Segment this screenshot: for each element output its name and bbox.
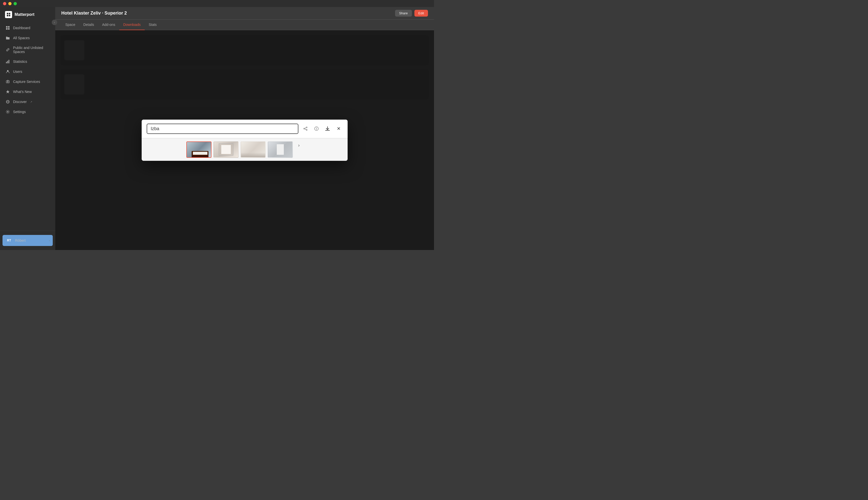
sidebar: Matterport ‹ Dashboard — [0, 7, 55, 250]
svg-point-19 — [306, 127, 307, 128]
sidebar-item-label: Capture Services — [13, 80, 40, 84]
thumbnail-container: › — [146, 141, 344, 158]
folder-icon — [5, 36, 10, 40]
modal-header: ✕ — [142, 120, 348, 138]
settings-icon — [5, 110, 10, 114]
sidebar-item-label: All Spaces — [13, 36, 30, 40]
topbar-actions: Share Edit — [395, 10, 428, 16]
svg-line-23 — [305, 129, 306, 130]
svg-point-26 — [316, 128, 317, 128]
capture-icon — [5, 79, 10, 84]
sidebar-item-label: Statistics — [13, 59, 27, 64]
svg-rect-8 — [6, 62, 7, 63]
link-icon — [5, 47, 10, 52]
svg-rect-6 — [6, 28, 8, 30]
sidebar-logo: Matterport — [0, 11, 55, 23]
svg-point-18 — [7, 111, 9, 113]
external-link-icon: ↗ — [30, 101, 32, 103]
modal-header-actions: ✕ — [301, 125, 343, 133]
thumbnail-4[interactable] — [268, 141, 293, 158]
sidebar-item-public-unlisted[interactable]: Public and Unlisted Spaces — [2, 43, 53, 56]
tab-add-ons[interactable]: Add-ons — [98, 20, 119, 30]
svg-rect-0 — [7, 13, 8, 14]
thumbnail-3[interactable] — [241, 141, 266, 158]
logo-icon — [5, 11, 12, 18]
close-modal-button[interactable]: ✕ — [335, 125, 343, 133]
share-button[interactable]: Share — [395, 10, 412, 16]
sidebar-item-label: Users — [13, 70, 22, 73]
svg-point-11 — [7, 70, 9, 72]
sidebar-collapse-button[interactable]: ‹ — [52, 20, 57, 25]
topbar: Hotel Klaster Zeliv · Superior 2 Share E… — [55, 7, 434, 20]
sidebar-item-label: Discover — [13, 100, 27, 104]
users-icon — [5, 69, 10, 74]
main-content: Hotel Klaster Zeliv · Superior 2 Share E… — [55, 7, 434, 250]
sidebar-item-all-spaces[interactable]: All Spaces — [2, 33, 53, 43]
avatar: RT — [5, 237, 13, 244]
tabs: Space Details Add-ons Downloads Stats — [55, 20, 434, 30]
sidebar-item-statistics[interactable]: Statistics — [2, 57, 53, 66]
sidebar-item-capture-services[interactable]: Capture Services — [2, 77, 53, 87]
tab-details[interactable]: Details — [79, 20, 98, 30]
chevron-right-icon: › — [49, 239, 50, 242]
sidebar-item-discover[interactable]: Discover ↗ — [2, 97, 53, 106]
user-profile[interactable]: RT Róbert › — [2, 235, 53, 246]
maximize-button[interactable] — [14, 2, 17, 5]
svg-point-13 — [7, 81, 9, 82]
app: Matterport ‹ Dashboard — [0, 7, 434, 250]
sidebar-footer: RT Róbert › — [0, 231, 55, 250]
minimize-button[interactable] — [8, 2, 12, 5]
sidebar-item-dashboard[interactable]: Dashboard — [2, 23, 53, 33]
discover-icon — [5, 100, 10, 104]
svg-line-22 — [305, 128, 306, 128]
sidebar-item-label: Settings — [13, 110, 26, 114]
sidebar-item-label: Dashboard — [13, 26, 31, 30]
modal-thumbnails: › — [142, 138, 348, 161]
info-icon-btn[interactable] — [312, 125, 321, 133]
whats-new-icon — [5, 89, 10, 94]
svg-rect-7 — [8, 28, 10, 30]
svg-rect-9 — [7, 61, 8, 63]
content-area: ✕ — [55, 30, 434, 250]
logo-text: Matterport — [14, 12, 34, 17]
user-name: Róbert — [15, 238, 46, 242]
svg-rect-10 — [9, 60, 9, 63]
statistics-icon — [5, 59, 10, 64]
svg-marker-14 — [6, 90, 10, 93]
titlebar — [0, 0, 434, 7]
svg-point-21 — [306, 129, 307, 130]
share-icon-btn[interactable] — [301, 125, 310, 133]
svg-rect-2 — [7, 15, 8, 16]
svg-rect-5 — [8, 26, 10, 27]
tab-space[interactable]: Space — [61, 20, 79, 30]
close-button[interactable] — [3, 2, 6, 5]
svg-point-20 — [304, 128, 305, 129]
edit-button[interactable]: Edit — [414, 10, 428, 16]
thumbnails-next-button[interactable]: › — [295, 141, 303, 149]
sidebar-item-settings[interactable]: Settings — [2, 107, 53, 116]
svg-rect-4 — [6, 26, 8, 27]
download-icon-btn[interactable] — [324, 125, 332, 133]
svg-rect-3 — [9, 15, 10, 16]
sidebar-item-label: Public and Unlisted Spaces — [13, 46, 50, 54]
modal: ✕ — [142, 120, 348, 161]
sidebar-item-label: What's New — [13, 90, 32, 94]
sidebar-item-users[interactable]: Users — [2, 67, 53, 76]
sidebar-nav: Dashboard All Spaces Public and Unlisted… — [0, 23, 55, 231]
page-title: Hotel Klaster Zeliv · Superior 2 — [61, 11, 391, 16]
modal-overlay[interactable]: ✕ — [55, 30, 434, 250]
tab-stats[interactable]: Stats — [145, 20, 161, 30]
modal-title-input[interactable] — [147, 124, 298, 134]
sidebar-item-whats-new[interactable]: What's New — [2, 87, 53, 96]
dashboard-icon — [5, 26, 10, 30]
thumbnail-2[interactable] — [213, 141, 239, 158]
tab-downloads[interactable]: Downloads — [119, 20, 145, 30]
thumbnail-1[interactable] — [186, 141, 211, 158]
svg-rect-1 — [9, 13, 10, 14]
